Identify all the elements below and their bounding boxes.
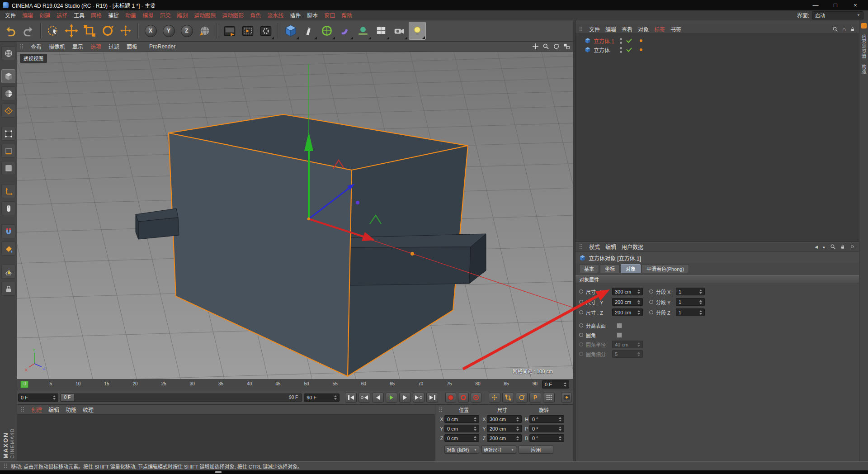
redo-button[interactable] bbox=[20, 22, 37, 40]
y-axis-lock-button[interactable]: Y bbox=[160, 22, 177, 40]
enabled-check-icon[interactable] bbox=[626, 46, 632, 52]
vp-menu-panel[interactable]: 面板 bbox=[123, 43, 141, 50]
rotate-view-icon[interactable] bbox=[553, 43, 560, 50]
render-settings-button[interactable] bbox=[257, 22, 274, 40]
spline-pen-button[interactable] bbox=[300, 22, 317, 40]
segments-z-input[interactable]: 1 bbox=[676, 308, 705, 316]
stepper[interactable] bbox=[332, 395, 337, 400]
om-menu-bookmarks[interactable]: 书签 bbox=[668, 25, 684, 33]
menu-sculpt[interactable]: 雕刻 bbox=[174, 11, 191, 19]
history-back-icon[interactable]: ◀ bbox=[815, 245, 818, 249]
3d-scene[interactable] bbox=[17, 52, 573, 379]
panel-drag-handle[interactable] bbox=[20, 43, 24, 49]
record-scale-toggle[interactable] bbox=[502, 393, 514, 403]
make-editable-button[interactable] bbox=[1, 46, 15, 60]
display-color-dot-icon[interactable] bbox=[640, 39, 642, 42]
timeline-frame-field[interactable]: 0 F bbox=[542, 380, 569, 389]
size-x-field[interactable]: 300 cm bbox=[487, 415, 522, 423]
record-position-toggle[interactable] bbox=[489, 393, 500, 403]
mat-menu-edit[interactable]: 编辑 bbox=[45, 406, 62, 413]
keyframe-circle-icon[interactable] bbox=[579, 289, 583, 294]
workplane-mode-button[interactable] bbox=[1, 104, 15, 118]
visibility-dots-icon[interactable] bbox=[620, 47, 622, 53]
menu-pipeline[interactable]: 流水线 bbox=[264, 11, 287, 19]
om-menu-tags[interactable]: 标签 bbox=[651, 25, 668, 33]
menu-window[interactable]: 窗口 bbox=[321, 11, 338, 19]
am-menu-edit[interactable]: 编辑 bbox=[603, 243, 619, 251]
material-list-area[interactable] bbox=[17, 415, 435, 461]
menu-character[interactable]: 角色 bbox=[247, 11, 264, 19]
display-color-dot-icon[interactable] bbox=[640, 48, 642, 51]
end-frame-field[interactable]: 90 F bbox=[304, 393, 340, 402]
rotate-tool[interactable] bbox=[99, 22, 116, 40]
record-pla-toggle[interactable] bbox=[543, 393, 555, 403]
keyframe-selection-button[interactable] bbox=[471, 393, 481, 403]
rot-h-field[interactable]: 0 ° bbox=[529, 415, 564, 423]
menu-snap[interactable]: 捕捉 bbox=[105, 11, 122, 19]
om-menu-file[interactable]: 文件 bbox=[586, 25, 603, 33]
enabled-check-icon[interactable] bbox=[626, 37, 632, 43]
keyframe-circle-icon[interactable] bbox=[579, 310, 583, 314]
pos-y-field[interactable]: 0 cm bbox=[444, 425, 479, 432]
subdivision-surface-button[interactable] bbox=[318, 22, 335, 40]
vp-menu-cameras[interactable]: 摄像机 bbox=[45, 43, 69, 50]
object-row-cube1[interactable]: 立方体.1 bbox=[576, 36, 859, 45]
menu-select[interactable]: 选择 bbox=[53, 11, 71, 19]
timeline-slider[interactable]: 0 F 90 F bbox=[60, 393, 302, 402]
close-button[interactable]: × bbox=[845, 0, 865, 10]
next-frame-button[interactable] bbox=[399, 393, 411, 403]
menu-plugins[interactable]: 插件 bbox=[287, 11, 304, 19]
size-y-field[interactable]: 200 cm bbox=[487, 425, 522, 432]
fillet-checkbox[interactable] bbox=[617, 332, 622, 338]
om-menu-objects[interactable]: 对象 bbox=[635, 25, 651, 33]
menu-mesh[interactable]: 网格 bbox=[88, 11, 105, 19]
workplane-lock-button[interactable] bbox=[1, 265, 15, 279]
tab-object[interactable]: 对象 bbox=[621, 264, 641, 273]
pos-z-field[interactable]: 0 cm bbox=[444, 434, 479, 442]
keyframe-circle-icon[interactable] bbox=[579, 333, 583, 337]
lock-icon[interactable] bbox=[850, 26, 855, 32]
segments-x-input[interactable]: 1 bbox=[676, 288, 705, 295]
polygons-mode-button[interactable] bbox=[1, 161, 15, 175]
tab-basic[interactable]: 基本 bbox=[579, 264, 599, 273]
object-row-cube[interactable]: 立方体 bbox=[576, 45, 859, 54]
coord-mode-dropdown[interactable]: 对象 (相对)▼ bbox=[444, 446, 479, 454]
gear-icon[interactable] bbox=[849, 244, 855, 250]
cube-primitive-button[interactable] bbox=[282, 22, 299, 40]
stepper[interactable] bbox=[562, 382, 566, 387]
mat-menu-create[interactable]: 创建 bbox=[28, 406, 45, 413]
keyframe-circle-icon[interactable] bbox=[579, 323, 583, 327]
mat-menu-function[interactable]: 功能 bbox=[62, 406, 80, 413]
keyframe-circle-icon[interactable] bbox=[649, 289, 653, 294]
history-up-icon[interactable]: ▲ bbox=[822, 245, 826, 249]
panel-drag-handle[interactable] bbox=[579, 26, 583, 32]
object-properties-header[interactable]: 对象属性 bbox=[576, 275, 859, 284]
object-name[interactable]: 立方体 bbox=[594, 46, 617, 54]
panel-drag-handle[interactable] bbox=[21, 407, 24, 412]
points-mode-button[interactable] bbox=[1, 127, 15, 141]
view-layout-button[interactable] bbox=[373, 22, 390, 40]
am-menu-userdata[interactable]: 用户数据 bbox=[619, 243, 646, 251]
rot-p-field[interactable]: 0 ° bbox=[529, 425, 564, 432]
light-button[interactable] bbox=[409, 22, 426, 40]
menu-motion-tracker[interactable]: 运动跟踪 bbox=[191, 11, 219, 19]
tab-coordinates[interactable]: 坐标 bbox=[600, 264, 620, 273]
rot-b-field[interactable]: 0 ° bbox=[529, 434, 564, 442]
keyframe-mode-button[interactable] bbox=[561, 393, 572, 403]
menu-mograph[interactable]: 运动图形 bbox=[219, 11, 247, 19]
menu-simulate[interactable]: 模拟 bbox=[139, 11, 156, 19]
interface-dropdown[interactable]: 启动 ▼ bbox=[812, 11, 863, 19]
size-x-input[interactable]: 300 cm bbox=[612, 288, 643, 295]
size-z-field[interactable]: 200 cm bbox=[487, 434, 522, 442]
lock-icon[interactable] bbox=[840, 244, 845, 250]
menu-render[interactable]: 渲染 bbox=[156, 11, 174, 19]
am-menu-mode[interactable]: 模式 bbox=[586, 243, 603, 251]
menu-script[interactable]: 脚本 bbox=[304, 11, 321, 19]
vp-menu-view[interactable]: 查看 bbox=[27, 43, 45, 50]
size-mode-dropdown[interactable]: 绝对尺寸▼ bbox=[481, 446, 516, 454]
object-manager-list[interactable]: 立方体.1 立方体 bbox=[576, 34, 859, 242]
undo-button[interactable] bbox=[2, 22, 19, 40]
camera-button[interactable] bbox=[391, 22, 408, 40]
tab-content-browser[interactable]: 内容浏览器 bbox=[860, 34, 867, 59]
keyframe-circle-icon[interactable] bbox=[649, 310, 653, 314]
